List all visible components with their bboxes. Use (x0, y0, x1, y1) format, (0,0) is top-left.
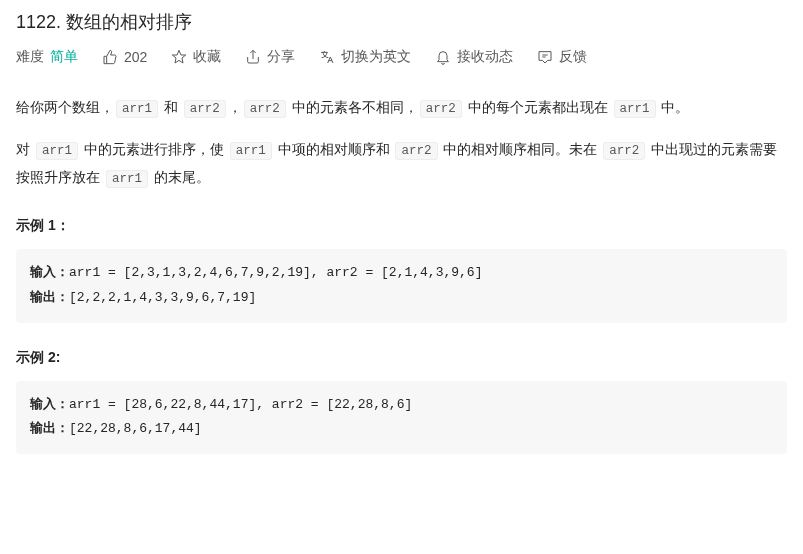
subscribe-button[interactable]: 接收动态 (435, 48, 513, 66)
code-arr1: arr1 (116, 100, 158, 118)
toolbar: 难度 简单 202 收藏 分享 切换为英文 接收动态 反 (16, 48, 787, 66)
output-label: 输出： (30, 290, 69, 305)
input-label: 输入： (30, 397, 69, 412)
star-icon (171, 49, 187, 65)
share-label: 分享 (267, 48, 295, 66)
example-1-title: 示例 1： (16, 217, 787, 235)
difficulty: 难度 简单 (16, 48, 78, 66)
favorite-label: 收藏 (193, 48, 221, 66)
switch-language-button[interactable]: 切换为英文 (319, 48, 411, 66)
example-1-code: 输入：arr1 = [2,3,1,3,2,4,6,7,9,2,19], arr2… (16, 249, 787, 322)
bell-icon (435, 49, 451, 65)
code-arr1: arr1 (230, 142, 272, 160)
code-arr1: arr1 (36, 142, 78, 160)
example-2-output: [22,28,8,6,17,44] (69, 421, 202, 436)
code-arr2: arr2 (184, 100, 226, 118)
code-arr2: arr2 (420, 100, 462, 118)
example-1-input: arr1 = [2,3,1,3,2,4,6,7,9,2,19], arr2 = … (69, 265, 482, 280)
example-2-title: 示例 2: (16, 349, 787, 367)
example-2-input: arr1 = [28,6,22,8,44,17], arr2 = [22,28,… (69, 397, 412, 412)
translate-icon (319, 49, 335, 65)
code-arr2: arr2 (603, 142, 645, 160)
thumbs-up-icon (102, 49, 118, 65)
switch-language-label: 切换为英文 (341, 48, 411, 66)
description-paragraph-2: 对 arr1 中的元素进行排序，使 arr1 中项的相对顺序和 arr2 中的相… (16, 136, 787, 192)
likes-count: 202 (124, 49, 147, 65)
feedback-button[interactable]: 反馈 (537, 48, 587, 66)
difficulty-value: 简单 (50, 48, 78, 66)
problem-description: 给你两个数组，arr1 和 arr2，arr2 中的元素各不相同，arr2 中的… (16, 94, 787, 191)
share-icon (245, 49, 261, 65)
difficulty-label: 难度 (16, 48, 44, 66)
code-arr2: arr2 (395, 142, 437, 160)
feedback-label: 反馈 (559, 48, 587, 66)
output-label: 输出： (30, 421, 69, 436)
input-label: 输入： (30, 265, 69, 280)
share-button[interactable]: 分享 (245, 48, 295, 66)
example-1-output: [2,2,2,1,4,3,3,9,6,7,19] (69, 290, 256, 305)
feedback-icon (537, 49, 553, 65)
code-arr1: arr1 (106, 170, 148, 188)
description-paragraph-1: 给你两个数组，arr1 和 arr2，arr2 中的元素各不相同，arr2 中的… (16, 94, 787, 122)
code-arr2: arr2 (244, 100, 286, 118)
example-2-code: 输入：arr1 = [28,6,22,8,44,17], arr2 = [22,… (16, 381, 787, 454)
likes-button[interactable]: 202 (102, 49, 147, 65)
favorite-button[interactable]: 收藏 (171, 48, 221, 66)
problem-title: 1122. 数组的相对排序 (16, 10, 787, 34)
code-arr1: arr1 (614, 100, 656, 118)
subscribe-label: 接收动态 (457, 48, 513, 66)
